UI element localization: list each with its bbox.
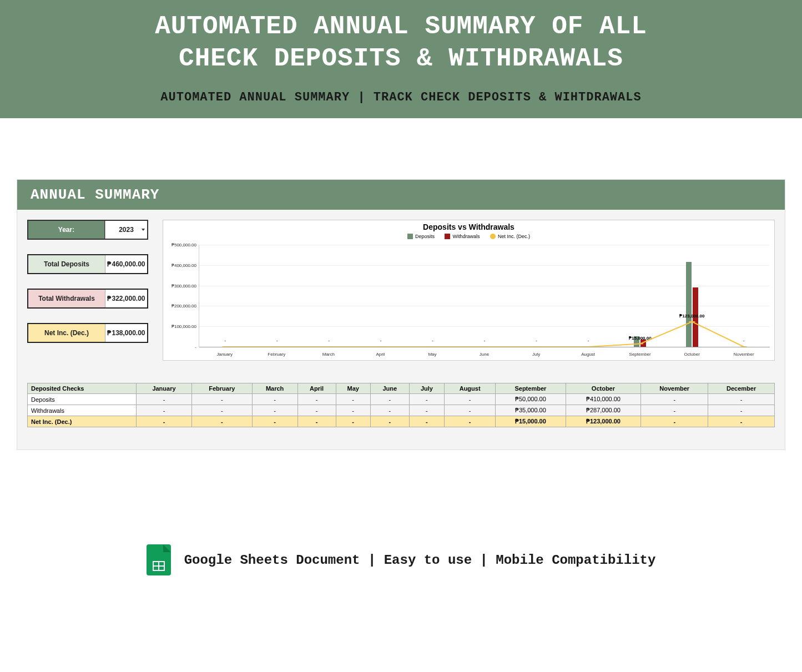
table-col-header: November [641,383,708,394]
year-value: 2023 [105,221,147,239]
table-cell: - [336,394,370,405]
table-cell: - [370,405,409,416]
table-cell: - [641,394,708,405]
total-deposits-box: Total Deposits ₱460,000.00 [27,254,148,274]
table-cell: ₱287,000.00 [566,405,641,416]
table-cell: - [708,416,775,427]
y-tick: ₱500,000.00 [172,242,196,247]
net-inc-label: Net Inc. (Dec.) [28,324,105,342]
table-cell: - [370,416,409,427]
table-cell: - [137,405,192,416]
dashboard-panel: ANNUAL SUMMARY Year: 2023 Total Deposits… [17,179,785,450]
table-col-header: July [409,383,444,394]
table-cell: ₱123,000.00 [566,416,641,427]
google-sheets-icon [147,544,171,575]
dashboard-body: Year: 2023 Total Deposits ₱460,000.00 To… [17,210,785,366]
total-withdrawals-box: Total Withdrawals ₱322,000.00 [27,289,148,309]
total-withdrawals-label: Total Withdrawals [28,290,105,307]
legend-deposits: Deposits [407,234,435,239]
table-cell: ₱50,000.00 [496,394,566,405]
x-label: April [355,352,407,357]
chart-grid: --------₱15,000.00₱123,000.00- [199,245,770,347]
table-col-header: April [297,383,336,394]
page-title: AUTOMATED ANNUAL SUMMARY OF ALL CHECK DE… [0,11,802,75]
table-corner: Deposited Checks [28,383,137,394]
table-cell: - [297,394,336,405]
y-tick: ₱100,000.00 [172,324,196,329]
table-col-header: September [496,383,566,394]
table-cell: ₱15,000.00 [496,416,566,427]
table-cell: - [191,416,252,427]
table-cell: - [252,394,297,405]
table-cell: - [297,416,336,427]
table-cell: - [191,394,252,405]
table-cell: - [336,416,370,427]
table-cell: - [445,394,496,405]
total-deposits-label: Total Deposits [28,255,105,273]
table-cell: - [445,405,496,416]
table-cell: - [297,405,336,416]
net-line-svg [199,245,770,347]
table-cell: - [409,405,444,416]
chart-legend: Deposits Withdrawals Net Inc. (Dec.) [163,234,774,240]
x-label: November [718,352,770,357]
table-row: Deposits--------₱50,000.00₱410,000.00-- [28,394,775,405]
table-cell: ₱35,000.00 [496,405,566,416]
header-banner: AUTOMATED ANNUAL SUMMARY OF ALL CHECK DE… [0,0,802,118]
net-inc-box: Net Inc. (Dec.) ₱138,000.00 [27,323,148,343]
table-row-label: Deposits [28,394,137,405]
table-cell: - [409,416,444,427]
table-cell: - [641,405,708,416]
chart-title: Deposits vs Withdrawals [163,223,774,231]
table-cell: ₱410,000.00 [566,394,641,405]
y-tick: ₱200,000.00 [172,304,196,309]
table-col-header: January [137,383,192,394]
table-cell: - [137,416,192,427]
table-row: Withdrawals--------₱35,000.00₱287,000.00… [28,405,775,416]
table-col-header: October [566,383,641,394]
chart-area: Deposits vs Withdrawals Deposits Withdra… [163,220,775,361]
x-label: August [562,352,614,357]
stats-column: Year: 2023 Total Deposits ₱460,000.00 To… [27,220,148,361]
total-deposits-value: ₱460,000.00 [105,255,147,273]
net-inc-value: ₱138,000.00 [105,324,147,342]
y-tick: - [195,345,196,350]
table-col-header: February [191,383,252,394]
y-tick: ₱300,000.00 [172,283,196,288]
x-label: February [251,352,303,357]
table-cell: - [409,394,444,405]
year-selector[interactable]: Year: 2023 [27,220,148,240]
table-cell: - [445,416,496,427]
table-row: Net Inc. (Dec.)--------₱15,000.00₱123,00… [28,416,775,427]
table-cell: - [252,405,297,416]
table-cell: - [336,405,370,416]
table-cell: - [252,416,297,427]
y-tick: ₱400,000.00 [172,262,196,267]
svg-point-9 [689,321,695,322]
footer-text: Google Sheets Document | Easy to use | M… [184,553,656,568]
x-label: June [458,352,511,357]
summary-table: Deposited ChecksJanuaryFebruaryMarchApri… [27,383,775,427]
table-col-header: August [445,383,496,394]
svg-point-10 [740,346,747,347]
x-label: October [666,352,718,357]
chart-x-axis: JanuaryFebruaryMarchAprilMayJuneJulyAugu… [199,352,770,357]
title-line-1: AUTOMATED ANNUAL SUMMARY OF ALL [155,12,647,41]
legend-withdrawals: Withdrawals [445,234,480,239]
year-label: Year: [28,221,105,239]
table-cell: - [708,394,775,405]
table-col-header: December [708,383,775,394]
summary-table-wrap: Deposited ChecksJanuaryFebruaryMarchApri… [17,366,785,449]
table-col-header: June [370,383,409,394]
table-cell: - [708,405,775,416]
page-subtitle: AUTOMATED ANNUAL SUMMARY | TRACK CHECK D… [0,90,802,104]
legend-net: Net Inc. (Dec.) [490,234,530,239]
table-cell: - [370,394,409,405]
title-line-2: CHECK DEPOSITS & WITHDRAWALS [179,44,623,73]
x-label: January [199,352,251,357]
total-withdrawals-value: ₱322,000.00 [105,290,147,307]
table-row-label: Net Inc. (Dec.) [28,416,137,427]
x-label: May [406,352,458,357]
table-row-label: Withdrawals [28,405,137,416]
section-title: ANNUAL SUMMARY [17,180,785,210]
